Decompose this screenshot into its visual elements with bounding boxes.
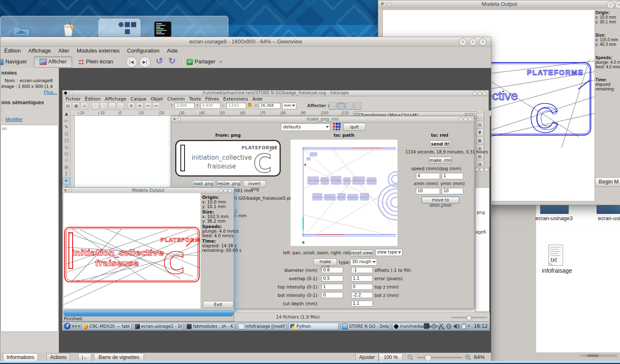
node-tool-icon[interactable]: ▻ — [63, 118, 70, 124]
task-button[interactable]: ecran-usinage2 - 1600 — [133, 323, 183, 330]
minimize-icon[interactable]: ˅ — [459, 38, 467, 46]
maximize-icon[interactable] — [480, 168, 484, 172]
plus-link[interactable]: Plus... — [44, 90, 57, 95]
begin-milling-button[interactable]: Begin M — [595, 177, 620, 187]
parameter-field-2[interactable]: 1.1 — [351, 275, 373, 281]
reset-view-button[interactable]: reset view — [350, 250, 373, 256]
activity-dot-icon[interactable] — [72, 325, 74, 327]
menu-item[interactable]: Configuration — [123, 46, 163, 55]
horizontal-scrollbar[interactable] — [580, 354, 617, 357]
tab-actions[interactable]: Actions — [46, 353, 70, 361]
invert-png-button[interactable]: invert .png — [243, 181, 266, 187]
naviguer-button[interactable]: Naviguer — [0, 57, 27, 67]
close-icon[interactable] — [468, 117, 472, 121]
zoom-tool-icon[interactable]: ○ — [63, 131, 70, 137]
close-icon[interactable]: × — [173, 116, 176, 122]
rotate-right-button[interactable]: ↻ — [168, 56, 176, 66]
tab-informations[interactable]: Informations — [3, 353, 38, 361]
slider-handle[interactable] — [466, 315, 472, 321]
box3d-tool-icon[interactable]: ◇ — [63, 144, 70, 151]
calligraphy-tool-icon[interactable]: ✒ — [63, 178, 70, 185]
minimize-icon[interactable] — [473, 91, 477, 95]
affect-move-toggle[interactable] — [329, 103, 337, 110]
path-type-dropdown[interactable]: 3D rough — [350, 259, 377, 266]
minimize-icon[interactable] — [219, 188, 223, 193]
task-button[interactable]: fabmodules : sh - Kons — [185, 323, 235, 330]
file-label[interactable]: infofraisage — [536, 267, 578, 274]
xmin-field[interactable]: 10 — [416, 188, 440, 194]
thumbnail-bar-button[interactable]: Barre de vignettes — [94, 353, 144, 362]
distribute-icon[interactable]: ≕ — [153, 103, 160, 110]
close-icon[interactable]: × — [64, 188, 67, 193]
redo-icon[interactable]: ↷ — [100, 103, 107, 110]
x-field[interactable]: 3,000 — [175, 103, 195, 109]
activity-dot-icon[interactable] — [75, 325, 77, 327]
gwenview-titlebar[interactable]: ecran-usinage8 - 1600x900 - 64% – Gwenvi… — [0, 37, 491, 47]
activity-dot-icon[interactable] — [78, 325, 80, 327]
task-button[interactable]: STORE N GO - Dolphin — [340, 323, 390, 330]
shade-icon[interactable] — [387, 3, 391, 6]
next-image-button[interactable]: ▶| — [139, 56, 151, 68]
menu-item[interactable]: Aide — [163, 46, 182, 55]
l-field[interactable]: 3,543 — [226, 103, 246, 109]
gwenview-image-view[interactable]: /run/media/machine-test/STORE N GO/badge… — [59, 68, 491, 353]
exit-button[interactable]: Exit — [203, 301, 233, 308]
scrollbar-handle[interactable] — [587, 354, 599, 357]
affect-skew-toggle[interactable] — [354, 103, 362, 110]
align-icon[interactable]: ≔ — [144, 103, 152, 110]
menu-item[interactable]: Aller — [55, 46, 73, 55]
star-tool-icon[interactable]: ☆ — [63, 158, 70, 164]
make-rml-button[interactable]: make .rml — [429, 157, 452, 164]
flip-v-icon[interactable]: ▷ — [117, 103, 124, 110]
file-name-fragment[interactable]: png — [477, 210, 485, 215]
lower-icon[interactable]: ≡ — [136, 103, 143, 110]
task-button[interactable]: CNC-MDX20 — fablabo — [81, 323, 132, 330]
h-field[interactable]: 26,368 — [259, 103, 281, 109]
move-to-xmin-ymin-button[interactable]: move to xmin,ymin — [422, 197, 459, 203]
afficher-button[interactable]: Afficher — [34, 56, 72, 68]
path-preview-canvas[interactable] — [291, 140, 397, 246]
view-type-dropdown[interactable]: view type — [375, 249, 402, 256]
tray-expander-icon[interactable]: ▴ — [468, 324, 470, 327]
group-icon[interactable]: ▣ — [81, 103, 88, 110]
tweak-tool-icon[interactable]: ✎ — [63, 124, 70, 131]
close-icon[interactable]: × — [479, 38, 487, 46]
zoom-100-button[interactable]: 100 % — [379, 353, 403, 362]
clock[interactable]: 16:12 — [474, 323, 488, 329]
maximize-icon[interactable]: ˄ — [469, 38, 477, 46]
affect-rotate-toggle[interactable] — [346, 103, 353, 110]
zoom-slider[interactable] — [451, 317, 487, 318]
minimize-icon[interactable]: ˅ — [607, 1, 615, 8]
y-field[interactable]: 4,939 — [200, 103, 220, 109]
menu-item[interactable]: Affichage — [25, 46, 55, 55]
file-label[interactable]: ecran-usinage3 — [533, 215, 575, 221]
close-icon[interactable] — [228, 188, 232, 193]
parameter-field[interactable]: 0.5 — [321, 275, 343, 281]
send-it-button[interactable]: send it! — [430, 141, 451, 148]
parameter-field[interactable]: 1 — [321, 284, 343, 290]
file-name-fragment[interactable]: age6 — [476, 230, 486, 234]
selector-tool-icon[interactable]: ▲ — [63, 111, 70, 117]
modela-top-titlebar[interactable]: × Modela Output ˅ ˄ — [378, 0, 620, 8]
spiral-tool-icon[interactable]: ◎ — [63, 164, 70, 171]
zoom-out-icon[interactable] — [407, 354, 414, 361]
fab-titlebar[interactable]: × make_png_rml — [171, 116, 474, 123]
undo-icon[interactable]: ↶ — [92, 103, 99, 110]
parameter-field-2[interactable]: -1 — [351, 267, 373, 273]
rating-stars[interactable]: ☆ ☆ ☆ ☆ ☆ — [5, 106, 52, 114]
home-folder-icon[interactable] — [12, 25, 30, 37]
ymin-field[interactable]: 10 — [442, 188, 463, 194]
task-button[interactable]: Python — [288, 323, 339, 330]
maximize-icon[interactable] — [463, 117, 468, 121]
maximize-icon[interactable]: ˄ — [615, 1, 620, 8]
affect-scale-toggle[interactable] — [337, 103, 345, 110]
parameter-field-2[interactable]: 0 — [351, 284, 373, 290]
parameter-field[interactable]: 0 — [321, 292, 343, 298]
task-button[interactable]: infofraisage [modifié] — [237, 323, 287, 330]
txt-file-icon[interactable]: txt — [547, 244, 565, 266]
print-icon[interactable]: ▦ — [476, 137, 483, 144]
lock-icon[interactable] — [248, 104, 251, 107]
flip-h-icon[interactable]: △ — [109, 103, 116, 110]
zoom-slider[interactable] — [417, 357, 462, 359]
preset-dropdown[interactable]: defaults — [281, 123, 330, 131]
